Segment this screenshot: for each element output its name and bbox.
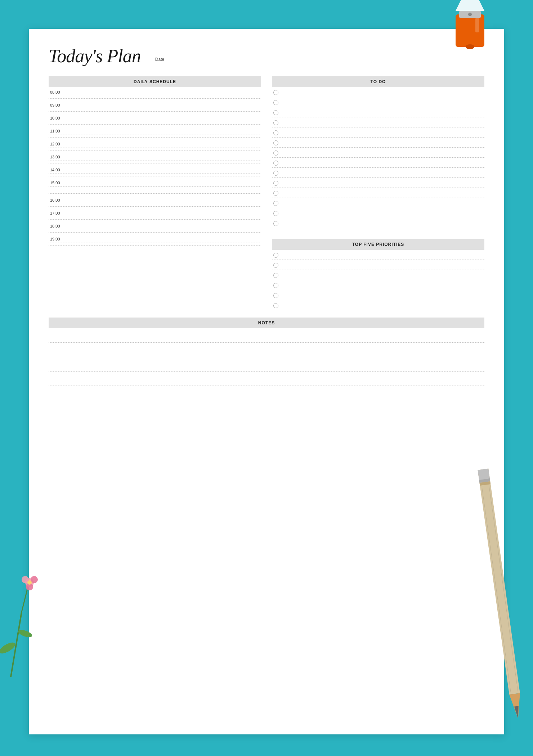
todo-line-1[interactable] — [282, 90, 483, 95]
priority-line-2[interactable] — [282, 263, 483, 268]
time-1900: 19:00 — [49, 235, 261, 241]
priority-checkbox-3[interactable] — [273, 273, 278, 278]
schedule-line-0800-2[interactable] — [49, 98, 261, 99]
schedule-line-0900-2[interactable] — [49, 111, 261, 112]
todo-line-2[interactable] — [282, 100, 483, 105]
schedule-line-1400-2[interactable] — [49, 176, 261, 176]
todo-line-5[interactable] — [282, 130, 483, 135]
schedule-line-1700-2[interactable] — [49, 219, 261, 220]
schedule-line-1200-1[interactable] — [49, 148, 261, 148]
schedule-item-1200: 12:00 — [49, 139, 261, 152]
todo-section-header: TO DO — [272, 76, 484, 87]
svg-point-1 — [466, 44, 474, 49]
todo-checkbox-13[interactable] — [273, 211, 278, 216]
todo-checkbox-6[interactable] — [273, 140, 278, 145]
priority-line-6[interactable] — [282, 303, 483, 308]
notes-line-5[interactable] — [49, 387, 484, 400]
todo-checkbox-5[interactable] — [273, 130, 278, 135]
todo-checkbox-9[interactable] — [273, 171, 278, 176]
schedule-line-1200-2[interactable] — [49, 150, 261, 150]
priority-line-4[interactable] — [282, 283, 483, 288]
priority-checkbox-2[interactable] — [273, 263, 278, 268]
todo-line-13[interactable] — [282, 211, 483, 216]
todo-checkbox-10[interactable] — [273, 181, 278, 186]
time-0800: 08:00 — [49, 88, 261, 94]
header: Today's Plan Date — [49, 47, 484, 69]
schedule-line-1500-2[interactable] — [49, 193, 261, 194]
schedule-item-1900: 19:00 — [49, 234, 261, 247]
todo-checkbox-1[interactable] — [273, 90, 278, 95]
schedule-line-1000-2[interactable] — [49, 124, 261, 125]
schedule-line-1400-1[interactable] — [49, 174, 261, 174]
svg-point-14 — [27, 580, 32, 585]
notes-lines — [49, 330, 484, 400]
notes-line-4[interactable] — [49, 373, 484, 386]
svg-rect-0 — [456, 14, 484, 47]
todo-line-14[interactable] — [282, 221, 483, 226]
todo-checkbox-14[interactable] — [273, 221, 278, 226]
priority-line-1[interactable] — [282, 253, 483, 258]
schedule-item-1500: 15:00 — [49, 178, 261, 195]
todo-item-5 — [272, 127, 484, 138]
schedule-line-1800-1[interactable] — [49, 230, 261, 230]
schedule-item-1700: 17:00 — [49, 208, 261, 221]
schedule-line-1600-2[interactable] — [49, 206, 261, 207]
todo-checkbox-8[interactable] — [273, 161, 278, 166]
priority-line-3[interactable] — [282, 273, 483, 278]
todo-checkbox-4[interactable] — [273, 120, 278, 125]
schedule-item-1100: 11:00 — [49, 126, 261, 139]
svg-point-3 — [468, 13, 472, 16]
schedule-line-1100-2[interactable] — [49, 137, 261, 138]
schedule-line-1300-1[interactable] — [49, 161, 261, 161]
schedule-line-1000-1[interactable] — [49, 122, 261, 122]
svg-point-12 — [31, 576, 38, 583]
schedule-line-1800-2[interactable] — [49, 232, 261, 233]
priority-item-1 — [272, 250, 484, 260]
schedule-item-1000: 10:00 — [49, 113, 261, 126]
todo-line-12[interactable] — [282, 201, 483, 206]
todo-item-11 — [272, 188, 484, 198]
priority-checkbox-5[interactable] — [273, 293, 278, 298]
notes-section: NOTES — [49, 318, 484, 402]
schedule-line-1300-2[interactable] — [49, 163, 261, 163]
priority-checkbox-4[interactable] — [273, 283, 278, 288]
todo-line-8[interactable] — [282, 161, 483, 166]
schedule-line-1900-1[interactable] — [49, 243, 261, 243]
schedule-line-1500-1[interactable] — [49, 186, 261, 187]
todo-checkbox-11[interactable] — [273, 191, 278, 196]
schedule-line-0800-1[interactable] — [49, 96, 261, 96]
todo-line-3[interactable] — [282, 110, 483, 115]
svg-rect-4 — [475, 18, 479, 32]
schedule-line-1900-2[interactable] — [49, 245, 261, 246]
todo-line-4[interactable] — [282, 120, 483, 125]
priority-item-3 — [272, 270, 484, 280]
page-title: Today's Plan — [49, 47, 141, 66]
priority-checkbox-6[interactable] — [273, 303, 278, 308]
notes-line-2[interactable] — [49, 344, 484, 357]
time-1800: 18:00 — [49, 222, 261, 228]
todo-line-9[interactable] — [282, 171, 483, 176]
todo-item-9 — [272, 168, 484, 178]
schedule-item-1600: 16:00 — [49, 195, 261, 208]
todo-checkbox-3[interactable] — [273, 110, 278, 115]
todo-item-7 — [272, 148, 484, 158]
schedule-line-1100-1[interactable] — [49, 135, 261, 135]
schedule-line-0900-1[interactable] — [49, 109, 261, 109]
todo-line-10[interactable] — [282, 181, 483, 186]
schedule-line-1600-1[interactable] — [49, 204, 261, 204]
todo-checkbox-7[interactable] — [273, 150, 278, 156]
priorities-list — [272, 250, 484, 310]
date-input-line[interactable] — [155, 63, 484, 69]
notes-line-1[interactable] — [49, 330, 484, 343]
todo-line-11[interactable] — [282, 191, 483, 196]
todo-line-6[interactable] — [282, 140, 483, 145]
todo-line-7[interactable] — [282, 150, 483, 156]
schedule-line-1700-1[interactable] — [49, 217, 261, 217]
time-1400: 14:00 — [49, 166, 261, 172]
notes-line-3[interactable] — [49, 359, 484, 372]
time-1700: 17:00 — [49, 209, 261, 215]
priority-line-5[interactable] — [282, 293, 483, 298]
todo-checkbox-12[interactable] — [273, 201, 278, 206]
todo-checkbox-2[interactable] — [273, 100, 278, 105]
priority-checkbox-1[interactable] — [273, 253, 278, 258]
